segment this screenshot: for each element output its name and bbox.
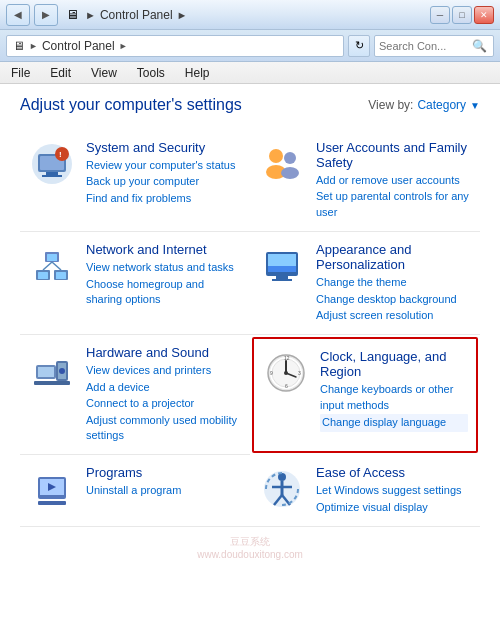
system-link-1[interactable]: Back up your computer [86, 174, 242, 189]
svg-text:12: 12 [284, 355, 290, 361]
path-text: Control Panel [42, 39, 115, 53]
system-content: System and Security Review your computer… [86, 140, 242, 207]
menu-bar: File Edit View Tools Help [0, 62, 500, 84]
search-box[interactable]: 🔍 [374, 35, 494, 57]
address-bar: 🖥 ► Control Panel ► ↻ 🔍 [0, 30, 500, 62]
appearance-content: Appearance and Personalization Change th… [316, 242, 472, 324]
menu-view[interactable]: View [88, 64, 120, 82]
svg-rect-29 [34, 381, 70, 385]
ease-icon [258, 465, 306, 513]
page-header: Adjust your computer's settings View by:… [20, 96, 480, 114]
menu-tools[interactable]: Tools [134, 64, 168, 82]
network-icon [28, 242, 76, 290]
svg-point-35 [284, 371, 288, 375]
menu-edit[interactable]: Edit [47, 64, 74, 82]
category-appearance: Appearance and Personalization Change th… [250, 232, 480, 335]
user-link-1[interactable]: Set up parental controls for any user [316, 189, 472, 220]
category-network: Network and Internet View network status… [20, 232, 250, 335]
menu-file[interactable]: File [8, 64, 33, 82]
search-input[interactable] [379, 40, 469, 52]
user-accounts-icon [258, 140, 306, 188]
menu-help[interactable]: Help [182, 64, 213, 82]
path-icon: 🖥 [13, 39, 25, 53]
user-accounts-title[interactable]: User Accounts and Family Safety [316, 140, 472, 170]
programs-link-0[interactable]: Uninstall a program [86, 483, 242, 498]
viewby-arrow: ▼ [470, 100, 480, 111]
clock-link-0[interactable]: Change keyboards or other input methods [320, 382, 468, 413]
clock-link-1[interactable]: Change display language [320, 414, 468, 431]
main-content: Adjust your computer's settings View by:… [0, 84, 500, 618]
network-content: Network and Internet View network status… [86, 242, 242, 308]
svg-rect-21 [268, 266, 296, 272]
svg-point-10 [281, 167, 299, 179]
svg-text:3: 3 [298, 370, 301, 376]
category-clock: 12 3 6 9 Clock, Language, and Region Cha… [252, 337, 478, 453]
hardware-link-0[interactable]: View devices and printers [86, 363, 242, 378]
window-controls: ─ □ ✕ [430, 6, 494, 24]
hardware-icon [28, 345, 76, 393]
svg-rect-4 [42, 175, 62, 177]
system-link-0[interactable]: Review your computer's status [86, 158, 242, 173]
svg-line-17 [43, 262, 52, 270]
forward-button[interactable]: ▶ [34, 4, 58, 26]
refresh-button[interactable]: ↻ [348, 35, 370, 57]
network-title[interactable]: Network and Internet [86, 242, 242, 257]
viewby-value[interactable]: Category [417, 98, 466, 112]
system-title[interactable]: System and Security [86, 140, 242, 155]
hardware-content: Hardware and Sound View devices and prin… [86, 345, 242, 444]
network-link-1[interactable]: Choose homegroup and sharing options [86, 277, 242, 308]
hardware-link-3[interactable]: Adjust commonly used mobility settings [86, 413, 242, 444]
svg-point-5 [55, 147, 69, 161]
category-system: ! System and Security Review your comput… [20, 130, 250, 232]
svg-rect-43 [38, 501, 66, 505]
svg-rect-22 [276, 276, 288, 279]
appearance-title[interactable]: Appearance and Personalization [316, 242, 472, 272]
ease-link-1[interactable]: Optimize visual display [316, 500, 472, 515]
ease-content: Ease of Access Let Windows suggest setti… [316, 465, 472, 516]
viewby-label: View by: [368, 98, 413, 112]
svg-rect-14 [56, 272, 66, 279]
hardware-link-2[interactable]: Connect to a projector [86, 396, 242, 411]
title-bar: ◀ ▶ 🖥 ► Control Panel ► ─ □ ✕ [0, 0, 500, 30]
ease-title[interactable]: Ease of Access [316, 465, 472, 480]
svg-text:9: 9 [270, 370, 273, 376]
network-link-0[interactable]: View network status and tasks [86, 260, 242, 275]
svg-text:!: ! [59, 150, 62, 159]
maximize-button[interactable]: □ [452, 6, 472, 24]
watermark-line2: www.doudouxitong.com [20, 549, 480, 560]
system-link-2[interactable]: Find and fix problems [86, 191, 242, 206]
svg-text:6: 6 [285, 383, 288, 389]
system-icon: ! [28, 140, 76, 188]
address-path[interactable]: 🖥 ► Control Panel ► [6, 35, 344, 57]
user-link-0[interactable]: Add or remove user accounts [316, 173, 472, 188]
close-button[interactable]: ✕ [474, 6, 494, 24]
minimize-button[interactable]: ─ [430, 6, 450, 24]
svg-point-9 [284, 152, 296, 164]
programs-icon [28, 465, 76, 513]
title-bar-left: ◀ ▶ 🖥 ► Control Panel ► [6, 4, 188, 26]
category-programs: Programs Uninstall a program [20, 455, 250, 527]
title-text: Control Panel [100, 8, 173, 22]
category-grid: ! System and Security Review your comput… [20, 130, 480, 527]
viewby-control[interactable]: View by: Category ▼ [368, 98, 480, 112]
back-button[interactable]: ◀ [6, 4, 30, 26]
svg-rect-3 [46, 172, 58, 175]
appearance-link-0[interactable]: Change the theme [316, 275, 472, 290]
svg-line-18 [52, 262, 61, 270]
programs-title[interactable]: Programs [86, 465, 242, 480]
svg-rect-16 [47, 254, 57, 261]
category-user-accounts: User Accounts and Family Safety Add or r… [250, 130, 480, 232]
svg-point-28 [59, 368, 65, 374]
hardware-link-1[interactable]: Add a device [86, 380, 242, 395]
clock-title[interactable]: Clock, Language, and Region [320, 349, 468, 379]
appearance-link-2[interactable]: Adjust screen resolution [316, 308, 472, 323]
path-end-arrow: ► [119, 41, 128, 51]
appearance-icon [258, 242, 306, 290]
appearance-link-1[interactable]: Change desktop background [316, 292, 472, 307]
svg-point-7 [269, 149, 283, 163]
hardware-title[interactable]: Hardware and Sound [86, 345, 242, 360]
page-title: Adjust your computer's settings [20, 96, 242, 114]
path-separator: ► [29, 41, 38, 51]
clock-content: Clock, Language, and Region Change keybo… [320, 349, 468, 432]
ease-link-0[interactable]: Let Windows suggest settings [316, 483, 472, 498]
